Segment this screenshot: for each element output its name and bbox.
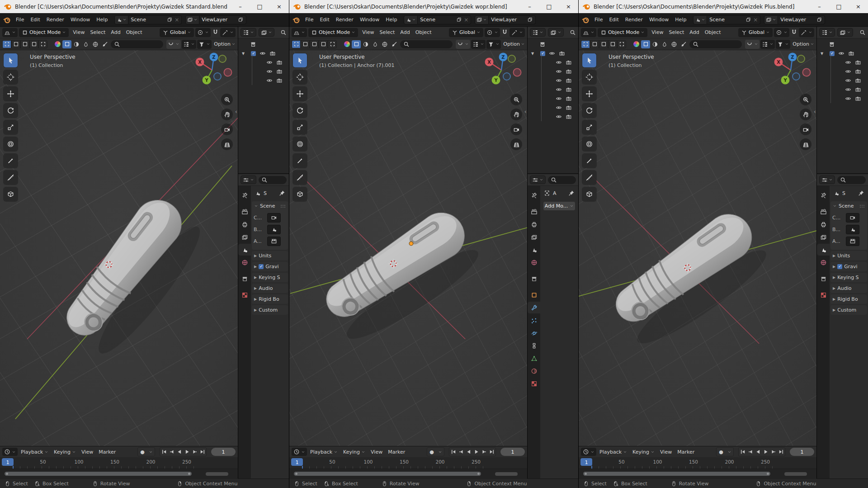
annotate-brush-toggle[interactable] — [390, 40, 399, 48]
panel-keying-s[interactable]: ▶Keying S — [252, 273, 288, 282]
select-mode-button-3[interactable] — [310, 40, 319, 48]
sidebar-collapse-arrow[interactable]: ‹ — [814, 108, 816, 115]
gravity-checkbox[interactable]: ✓ — [259, 264, 264, 269]
select-mode-button-3[interactable] — [20, 40, 29, 48]
timeline-menu-view[interactable]: View — [658, 448, 674, 456]
outliner-row-object[interactable] — [528, 112, 578, 121]
scrollbar-secondary[interactable] — [495, 472, 518, 476]
properties-tab-tool[interactable] — [528, 190, 540, 201]
outliner-row-collection[interactable]: ▼✓ — [238, 49, 289, 58]
tool-transform-button[interactable] — [4, 137, 18, 151]
xray-toggle[interactable] — [72, 40, 81, 48]
properties-tab-render[interactable] — [238, 206, 251, 218]
navigation-gizmo[interactable] — [770, 51, 813, 92]
editor-type-button[interactable] — [292, 28, 307, 37]
select-mode-button-2[interactable] — [11, 40, 20, 48]
unlink-scene-icon[interactable]: × — [464, 17, 468, 23]
browse-viewlayer-button[interactable] — [475, 15, 489, 24]
timeline-scrollbar[interactable] — [0, 469, 238, 479]
row-value-button[interactable] — [267, 213, 281, 223]
outliner-row-object[interactable] — [528, 76, 578, 85]
viewport-menu-add[interactable]: Add — [397, 28, 412, 37]
tool-scale-button[interactable] — [4, 120, 18, 134]
window-maximize-button[interactable]: □ — [539, 0, 559, 13]
properties-tab-output[interactable] — [528, 218, 540, 230]
outliner-filter-button[interactable] — [837, 28, 853, 37]
transform-orientation-button[interactable]: Global — [160, 28, 194, 37]
tool-move-button[interactable] — [582, 87, 596, 101]
tool-add-cube-button[interactable] — [4, 187, 18, 201]
play-reverse-button[interactable] — [754, 448, 762, 456]
menu-window[interactable]: Window — [646, 15, 672, 24]
properties-tab-object[interactable] — [528, 289, 540, 301]
snap-toggle-icon[interactable] — [212, 29, 219, 36]
eye-icon[interactable] — [838, 50, 844, 57]
timeline-menu-keying[interactable]: Keying — [341, 448, 368, 456]
transform-orientation-button[interactable]: Global — [738, 28, 773, 37]
eye-icon[interactable] — [266, 59, 273, 66]
timeline-menu-marker[interactable]: Marker — [96, 448, 118, 456]
tool-measure-button[interactable] — [293, 171, 307, 185]
window-titlebar[interactable]: Blender [C:\Users\Oskar\Documents\Blende… — [0, 0, 289, 13]
playhead[interactable] — [591, 466, 592, 469]
window-maximize-button[interactable]: □ — [829, 0, 849, 13]
snap-toggle-icon[interactable] — [791, 29, 797, 36]
tool-move-button[interactable] — [4, 87, 18, 101]
browse-viewlayer-button[interactable] — [764, 15, 778, 24]
properties-tab-view-layer[interactable] — [817, 231, 830, 243]
cam-icon[interactable] — [276, 77, 283, 84]
play-button[interactable] — [472, 448, 480, 456]
mode-selector[interactable]: Object Mode — [598, 28, 647, 37]
properties-tab-collection[interactable] — [528, 273, 540, 284]
view-zoom-button[interactable] — [510, 94, 522, 105]
properties-tab-output[interactable] — [238, 218, 251, 230]
xray-toggle[interactable] — [361, 40, 370, 48]
disclosure-triangle-icon[interactable]: ▼ — [531, 52, 534, 56]
viewport-menu-object[interactable]: Object — [702, 28, 724, 37]
scrollbar-thumb[interactable] — [583, 472, 770, 476]
previous-keyframe-button[interactable] — [168, 448, 175, 456]
unlink-scene-icon[interactable]: × — [175, 17, 179, 23]
view-camera-button[interactable] — [221, 123, 233, 135]
row-value-button[interactable] — [846, 225, 859, 234]
jump-to-end-button[interactable] — [777, 448, 785, 456]
cam-icon[interactable] — [566, 95, 572, 102]
jump-to-start-button[interactable] — [449, 448, 457, 456]
editor-type-button[interactable] — [2, 28, 18, 37]
properties-tab-view-layer[interactable] — [528, 231, 540, 243]
tool-scale-button[interactable] — [582, 120, 596, 134]
playhead[interactable] — [13, 466, 14, 469]
next-keyframe-button[interactable] — [480, 448, 488, 456]
next-keyframe-button[interactable] — [191, 448, 198, 456]
sidebar-collapse-arrow[interactable]: ‹ — [235, 108, 237, 115]
tool-transform-button[interactable] — [582, 137, 596, 151]
select-mode-button-4[interactable] — [319, 40, 328, 48]
scrollbar-thumb[interactable] — [294, 472, 481, 476]
timeline-menu-playback[interactable]: Playback — [308, 448, 340, 456]
next-keyframe-button[interactable] — [769, 448, 777, 456]
tool-annotate-button[interactable] — [4, 154, 18, 168]
eye-icon[interactable] — [845, 68, 851, 75]
current-frame-field[interactable]: 1 — [790, 448, 814, 456]
timeline-menu-keying[interactable]: Keying — [630, 448, 657, 456]
outliner-search-icon[interactable] — [859, 29, 866, 36]
window-titlebar[interactable]: Blender [C:\Users\Oskar\Documents\Blende… — [579, 0, 868, 13]
outliner-row-object[interactable] — [528, 67, 578, 76]
properties-tab-world[interactable] — [528, 256, 540, 268]
properties-search[interactable] — [837, 176, 866, 184]
pivot-point-button[interactable] — [195, 28, 211, 37]
record-button[interactable]: ● — [717, 448, 726, 456]
eye-icon[interactable] — [556, 77, 562, 84]
panel-custom[interactable]: ▶Custom — [830, 305, 867, 315]
current-frame-badge[interactable]: 1 — [2, 458, 14, 466]
viewport-menu-object[interactable]: Object — [123, 28, 145, 37]
timeline-menu-playback[interactable]: Playback — [19, 448, 51, 456]
disclosure-triangle-icon[interactable]: ▼ — [242, 52, 245, 56]
tool-cursor-button[interactable] — [582, 70, 596, 84]
outliner-row-object[interactable] — [528, 94, 578, 103]
menu-edit[interactable]: Edit — [316, 15, 332, 24]
row-value-button[interactable] — [267, 237, 281, 246]
menu-file[interactable]: File — [591, 15, 606, 24]
tool-add-cube-button[interactable] — [293, 187, 307, 201]
snap-settings-button[interactable] — [220, 28, 236, 37]
